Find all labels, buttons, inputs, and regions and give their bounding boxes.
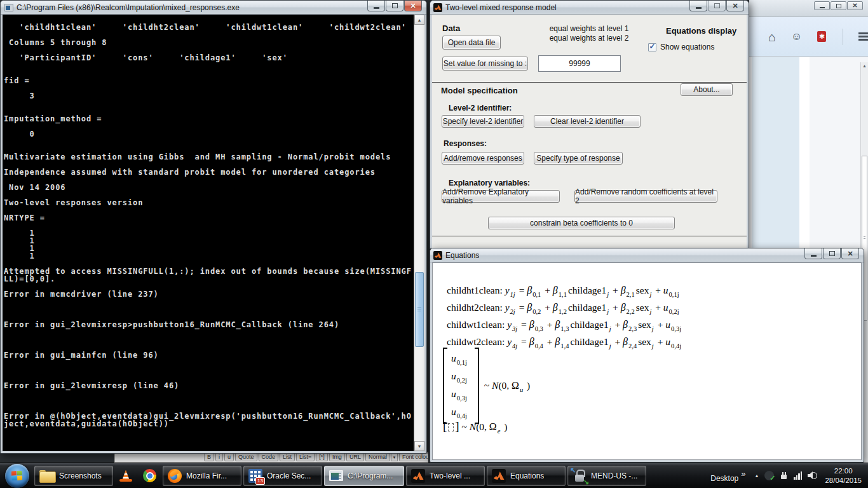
- console-client-area[interactable]: 'childht1clean' 'childht2clean' 'childwt…: [3, 15, 424, 451]
- browser-restore-button[interactable]: [831, 1, 846, 10]
- paragraph-style-dropdown[interactable]: Normal▼: [365, 453, 398, 461]
- add-random-coefficients-button[interactable]: Add/Remove random coefficients at level …: [574, 190, 717, 203]
- console-line: [4, 397, 412, 405]
- set-missing-value-button[interactable]: Set value for missing to :: [442, 57, 528, 71]
- format-button-code[interactable]: Code: [259, 453, 279, 461]
- menu-icon[interactable]: [858, 32, 868, 41]
- console-minimize-button[interactable]: [367, 1, 385, 11]
- browser-titlebar[interactable]: ✕: [749, 0, 868, 17]
- format-button-[interactable]: [*]: [316, 453, 328, 461]
- u-subscript: 0,3j: [671, 325, 681, 332]
- format-button-i[interactable]: i: [215, 453, 223, 461]
- equals-sign: =: [519, 319, 529, 330]
- matlab-icon: [492, 469, 506, 483]
- plus-sign: +: [545, 319, 555, 330]
- format-button-img[interactable]: Img: [329, 453, 345, 461]
- show-hidden-icons[interactable]: ▲: [755, 473, 759, 478]
- show-equations-checkbox[interactable]: ✓: [648, 43, 656, 51]
- console-close-button[interactable]: ✕: [404, 1, 422, 11]
- browser-minimize-button[interactable]: [814, 1, 830, 10]
- model-minimize-button[interactable]: [689, 1, 707, 11]
- specify-type-button[interactable]: Specify type of response: [534, 152, 623, 165]
- predictor-name: sex: [638, 336, 651, 347]
- taskbar-item-chrome[interactable]: [139, 466, 161, 486]
- beta0-subscript: 0,3: [535, 325, 543, 332]
- format-button-list[interactable]: List: [280, 453, 295, 461]
- home-icon[interactable]: ⌂: [768, 30, 776, 43]
- browser-close-button[interactable]: ✕: [847, 1, 863, 10]
- about-button[interactable]: About...: [681, 83, 733, 96]
- plus-sign: +: [613, 319, 623, 330]
- open-data-file-button[interactable]: Open data file: [442, 36, 501, 50]
- plus-sign: +: [655, 319, 666, 330]
- console-line: [4, 69, 412, 77]
- y-subscript: 3j: [512, 325, 517, 332]
- format-button-u[interactable]: u: [224, 453, 234, 461]
- start-button[interactable]: [5, 464, 29, 488]
- browser-scroll-up-arrow[interactable]: ▲: [861, 64, 868, 68]
- dropdown-arrow-icon[interactable]: ▼: [391, 453, 398, 461]
- scroll-up-arrow[interactable]: ▲: [414, 15, 424, 25]
- taskbar-item-mend[interactable]: MEND-US -...: [567, 466, 646, 486]
- lock-icon: [573, 469, 587, 483]
- clear-level2-button[interactable]: Clear level-2 identifier: [534, 115, 641, 128]
- console-line: [4, 336, 412, 344]
- response-name: childht2clean:: [447, 302, 505, 313]
- level2-identifier-label: Level-2 identifier:: [449, 104, 512, 112]
- antivirus-tray-icon[interactable]: [764, 471, 774, 480]
- taskbar-item-matlab-model[interactable]: Two-level ...: [406, 466, 485, 486]
- model-spec-heading: Model specification: [441, 86, 518, 95]
- model-titlebar[interactable]: Two-level mixed response model ✕: [430, 1, 749, 15]
- left-bracket: [443, 348, 447, 424]
- format-button-list[interactable]: List=: [296, 453, 315, 461]
- desktop-toolbar[interactable]: Desktop »: [710, 469, 745, 483]
- format-button-b[interactable]: B: [204, 453, 214, 461]
- show-equations-label: Show equations: [660, 43, 714, 51]
- chat-icon[interactable]: ☺: [791, 31, 802, 42]
- format-button-quote[interactable]: Quote: [235, 453, 257, 461]
- missing-value-input[interactable]: [538, 55, 621, 72]
- predictor-subscript: j: [607, 291, 609, 298]
- u-subscript: 0,3j: [457, 395, 467, 402]
- console-line: ject,eventdata,guidata(hObject)): [4, 420, 412, 428]
- network-tray-icon[interactable]: [794, 471, 802, 480]
- font-colour-button[interactable]: Font colour: [399, 453, 428, 461]
- equations-close-button[interactable]: ✕: [841, 248, 859, 259]
- model-close-button[interactable]: ✕: [726, 1, 744, 11]
- taskbar-item-screenshots[interactable]: Screenshots: [34, 466, 113, 486]
- taskbar-item-oracle[interactable]: 13Oracle Sec...: [243, 466, 322, 486]
- u-subscript: 0,2j: [669, 308, 679, 315]
- y-subscript: 1j: [510, 291, 515, 298]
- model-maximize-button[interactable]: [708, 1, 726, 11]
- constrain-beta-button[interactable]: constrain beta coefficients to 0: [488, 217, 675, 229]
- weights-level1-text: equal weights at level 1: [541, 24, 637, 33]
- lastpass-icon[interactable]: ✱: [817, 31, 826, 42]
- scroll-down-arrow[interactable]: ▼: [414, 441, 424, 451]
- console-scrollbar[interactable]: ▲ ▼: [414, 15, 424, 451]
- plus-sign: +: [653, 302, 663, 313]
- taskbar-clock[interactable]: 22:00 28/04/2015: [825, 466, 862, 485]
- model-window: Two-level mixed response model ✕ Data Op…: [430, 0, 749, 249]
- console-titlebar[interactable]: C:\Program Files (x86)\Realcom\Imputatio…: [1, 1, 426, 15]
- add-remove-responses-button[interactable]: Add/remove responses: [442, 152, 524, 165]
- u-distribution: ~ N(0, Ωu ): [484, 380, 530, 391]
- scroll-thumb[interactable]: [415, 272, 424, 347]
- console-restore-button[interactable]: [386, 1, 403, 11]
- equations-list: childht1clean: y1j = β0,1 + β1,1childage…: [447, 282, 682, 351]
- chevron-icon[interactable]: »: [741, 469, 745, 478]
- taskbar-item-matlab-equations[interactable]: Equations: [487, 466, 566, 486]
- taskbar-item-vlc[interactable]: [115, 466, 137, 486]
- add-explanatory-button[interactable]: Add/Remove Explanatory variables: [442, 190, 560, 203]
- specify-level2-button[interactable]: Specify level-2 identifier: [442, 115, 524, 128]
- beta2-subscript: 2,4: [628, 342, 637, 349]
- equations-maximize-button[interactable]: [823, 248, 841, 259]
- beta-symbol: β: [553, 285, 558, 295]
- power-tray-icon[interactable]: [780, 471, 788, 480]
- volume-tray-icon[interactable]: [808, 471, 817, 480]
- taskbar-item-console[interactable]: C:\Program...: [324, 466, 404, 486]
- equations-titlebar[interactable]: Equations ✕: [430, 248, 864, 262]
- equations-minimize-button[interactable]: [804, 248, 822, 259]
- taskbar-item-firefox[interactable]: Mozilla Fir...: [163, 466, 241, 486]
- sound-wave: [813, 472, 817, 479]
- format-button-url[interactable]: URL: [346, 453, 364, 461]
